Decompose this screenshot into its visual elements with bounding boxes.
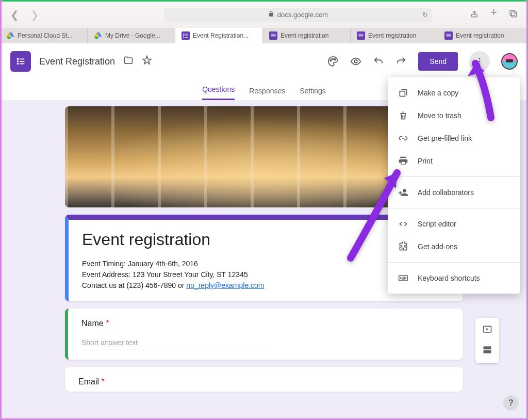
copy-icon: [398, 88, 408, 98]
browser-tab[interactable]: Event registration: [351, 28, 438, 43]
svg-rect-27: [20, 63, 24, 64]
svg-rect-1: [510, 10, 515, 15]
theme-icon[interactable]: [327, 56, 339, 67]
svg-rect-16: [358, 35, 363, 36]
svg-point-22: [17, 58, 19, 60]
svg-rect-21: [446, 37, 451, 37]
svg-point-29: [332, 58, 334, 60]
browser-tab[interactable]: My Drive - Google...: [88, 28, 175, 43]
lock-icon: [268, 11, 274, 19]
browser-tab[interactable]: Personal Cloud St...: [0, 28, 88, 43]
browser-chrome: ❮ ❯ docs.google.com ↻ +: [0, 0, 528, 28]
svg-rect-36: [484, 347, 490, 349]
svg-rect-20: [446, 35, 451, 36]
svg-point-30: [335, 59, 336, 60]
required-star: *: [106, 319, 109, 328]
svg-rect-8: [183, 37, 184, 38]
back-button[interactable]: ❮: [10, 9, 19, 21]
svg-rect-9: [185, 37, 188, 38]
svg-rect-37: [484, 351, 490, 353]
new-tab-icon[interactable]: +: [490, 9, 497, 21]
svg-rect-23: [20, 59, 24, 60]
tabs-overview-icon[interactable]: [508, 9, 518, 21]
svg-rect-4: [183, 34, 184, 35]
answer-placeholder[interactable]: Short answer text: [81, 338, 266, 349]
app-header: Event Registration Send: [0, 43, 528, 79]
forms-icon: [182, 31, 190, 40]
link-icon: [398, 133, 408, 143]
svg-rect-2: [512, 12, 517, 17]
required-star: *: [101, 377, 104, 386]
browser-tab[interactable]: Event registration: [438, 28, 528, 43]
add-video-icon[interactable]: [482, 324, 492, 336]
send-button[interactable]: Send: [418, 52, 458, 71]
browser-tab-strip: Personal Cloud St... My Drive - Google..…: [0, 28, 528, 43]
svg-rect-7: [185, 36, 188, 36]
question-card[interactable]: Name * Short answer text: [65, 309, 463, 360]
svg-rect-17: [358, 37, 363, 37]
svg-rect-15: [358, 34, 363, 35]
question-card[interactable]: Email *: [65, 367, 463, 392]
svg-rect-13: [271, 37, 275, 37]
contact-email-link[interactable]: no_reply@example.com: [186, 281, 264, 289]
forms-icon: [357, 31, 365, 40]
svg-rect-5: [185, 34, 188, 35]
undo-icon[interactable]: [373, 56, 384, 67]
svg-point-26: [17, 63, 19, 65]
tab-settings[interactable]: Settings: [300, 87, 326, 100]
drive-icon: [6, 31, 14, 40]
drive-icon: [94, 31, 102, 40]
svg-rect-19: [446, 34, 451, 35]
add-section-icon[interactable]: [482, 345, 492, 357]
svg-rect-12: [271, 35, 275, 36]
menu-item-keyboard-shortcuts[interactable]: Keyboard shortcuts: [388, 267, 520, 289]
share-icon[interactable]: [470, 9, 479, 21]
side-toolbar: [475, 318, 499, 363]
svg-rect-6: [183, 35, 184, 36]
tab-questions[interactable]: Questions: [202, 85, 235, 100]
reload-button[interactable]: ↻: [422, 11, 428, 19]
annotation-arrow: [465, 56, 506, 125]
menu-item-prefilled-link[interactable]: Get pre-filled link: [388, 127, 520, 150]
tab-responses[interactable]: Responses: [249, 87, 285, 100]
forms-icon: [269, 31, 277, 40]
svg-rect-25: [20, 61, 24, 62]
preview-icon[interactable]: [350, 56, 361, 67]
forms-icon: [444, 31, 453, 40]
redo-icon[interactable]: [395, 56, 407, 67]
annotation-arrow: [340, 160, 412, 265]
doc-title[interactable]: Event Registration: [39, 56, 115, 67]
svg-point-24: [17, 60, 19, 62]
keyboard-icon: [398, 273, 408, 283]
svg-point-31: [355, 60, 358, 63]
browser-tab[interactable]: Event Registration...: [175, 28, 263, 43]
help-button[interactable]: ?: [503, 395, 519, 411]
url-text: docs.google.com: [277, 11, 328, 19]
address-bar[interactable]: docs.google.com ↻: [164, 8, 432, 22]
question-label: Name *: [81, 319, 450, 328]
svg-rect-11: [271, 34, 275, 35]
folder-icon[interactable]: [123, 55, 134, 68]
forms-logo[interactable]: [10, 51, 31, 72]
trash-icon: [398, 110, 408, 121]
browser-tab[interactable]: Event registration: [263, 28, 351, 43]
forward-button[interactable]: ❯: [30, 9, 39, 21]
question-label: Email *: [78, 377, 450, 386]
svg-point-28: [330, 60, 332, 61]
star-icon[interactable]: [142, 55, 152, 68]
